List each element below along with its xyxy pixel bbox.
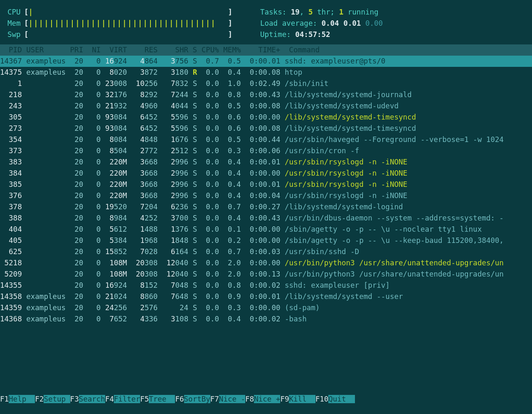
- fkey: F6: [175, 395, 184, 403]
- fkey-label[interactable]: Help: [9, 395, 35, 403]
- mem-meter-fill: ||||||||||||||||||||||||||||||||||||: [29, 19, 216, 27]
- process-row[interactable]: 14375 exampleus 20 0 8020 3872 3180 R 0.…: [0, 67, 532, 78]
- load-label: Load average:: [260, 19, 322, 27]
- threads-count: 5: [308, 8, 313, 16]
- column-header[interactable]: PID USER PRI NI VIRT RES SHR S CPU% MEM%…: [0, 44, 532, 56]
- fkey: F9: [280, 395, 289, 403]
- function-key-bar[interactable]: F1Help F2Setup F3SearchF4FilterF5Tree F6…: [0, 394, 532, 405]
- fkey-label[interactable]: Setup: [44, 395, 70, 403]
- cpu-meter: CPU [ | ]: [7, 7, 240, 18]
- fkey: F10: [315, 395, 329, 403]
- fkey: F1: [0, 395, 9, 403]
- top-area: CPU [ | ] Mem [ ||||||||||||||||||||||||…: [0, 0, 532, 44]
- process-row[interactable]: 383 20 0 220M 3668 2996 S 0.0 0.4 0:00.0…: [0, 157, 532, 168]
- fkey: F2: [35, 395, 44, 403]
- tasks-label: Tasks:: [260, 8, 291, 16]
- fkey-label[interactable]: Tree: [149, 395, 175, 403]
- tasks-line: Tasks: 19, 5 thr; 1 running: [260, 7, 383, 18]
- swp-meter: Swp [ ]: [7, 29, 240, 40]
- bracket-close: ]: [228, 7, 233, 18]
- fkey: F7: [210, 395, 219, 403]
- load-5m: 0.01: [343, 19, 361, 27]
- process-row[interactable]: 243 20 0 21932 4960 4044 S 0.0 0.5 0:00.…: [0, 100, 532, 112]
- mem-meter-label: Mem: [7, 18, 24, 29]
- process-row[interactable]: 385 20 0 220M 3668 2996 S 0.0 0.4 0:00.0…: [0, 179, 532, 190]
- process-row[interactable]: 388 20 0 8984 4252 3700 S 0.0 0.4 0:00.4…: [0, 213, 532, 224]
- cpu-meter-label: CPU: [7, 7, 24, 18]
- process-row[interactable]: 5209 20 0 108M 20308 12040 S 0.0 2.0 0:0…: [0, 269, 532, 280]
- process-row[interactable]: 1 20 0 23008 10256 7832 S 0.0 1.0 0:02.4…: [0, 78, 532, 89]
- uptime-label: Uptime:: [260, 30, 295, 39]
- load-15m: 0.00: [365, 19, 383, 27]
- tasks-count: 19: [291, 8, 300, 16]
- bracket-open: [: [24, 18, 29, 29]
- fkey: F3: [70, 395, 79, 403]
- process-row[interactable]: 384 20 0 220M 3668 2996 S 0.0 0.4 0:00.0…: [0, 168, 532, 179]
- process-list[interactable]: 14367 exampleus 20 0 16924 4864 3756 S 0…: [0, 56, 532, 325]
- process-row[interactable]: 218 20 0 32176 8292 7244 S 0.0 0.8 0:00.…: [0, 89, 532, 100]
- process-row[interactable]: 273 20 0 93084 6452 5596 S 0.0 0.6 0:00.…: [0, 123, 532, 134]
- cpu-meter-fill: |: [29, 8, 34, 16]
- process-row[interactable]: 14368 exampleus 20 0 7652 4336 3108 S 0.…: [0, 314, 532, 325]
- bracket-close: ]: [228, 18, 233, 29]
- fkey: F4: [105, 395, 114, 403]
- bracket-open: [: [24, 29, 29, 40]
- process-row[interactable]: 354 20 0 8084 4848 1676 S 0.0 0.5 0:00.4…: [0, 134, 532, 145]
- running-count: 1: [339, 8, 344, 16]
- fkey-label[interactable]: Search: [79, 395, 105, 403]
- bracket-close: ]: [228, 29, 233, 40]
- fkey-label[interactable]: SortBy: [184, 395, 210, 403]
- process-row[interactable]: 14355 20 0 16924 8152 7048 S 0.0 0.8 0:0…: [0, 280, 532, 291]
- process-row[interactable]: 373 20 0 8504 2772 2512 S 0.0 0.3 0:00.0…: [0, 145, 532, 157]
- bracket-open: [: [24, 7, 29, 18]
- uptime-line: Uptime: 04:57:52: [260, 29, 383, 40]
- process-row[interactable]: 14367 exampleus 20 0 16924 4864 3756 S 0…: [0, 56, 532, 67]
- process-row[interactable]: 14358 exampleus 20 0 21024 8860 7648 S 0…: [0, 291, 532, 302]
- fkey-label[interactable]: Kill: [289, 395, 315, 403]
- load-line: Load average: 0.04 0.01 0.00: [260, 18, 383, 29]
- fkey: F5: [140, 395, 149, 403]
- process-row[interactable]: 305 20 0 93084 6452 5596 S 0.0 0.6 0:00.…: [0, 112, 532, 123]
- process-row[interactable]: 404 20 0 5612 1488 1376 S 0.0 0.1 0:00.0…: [0, 224, 532, 235]
- meters-column: CPU [ | ] Mem [ ||||||||||||||||||||||||…: [7, 7, 240, 40]
- process-row[interactable]: 14359 exampleus 20 0 24256 2576 24 S 0.0…: [0, 302, 532, 314]
- fkey: F8: [245, 395, 254, 403]
- process-row[interactable]: 625 20 0 15852 7028 6164 S 0.0 0.7 0:00.…: [0, 246, 532, 257]
- fkey-label[interactable]: Nice -: [219, 395, 245, 403]
- load-1m: 0.04: [322, 19, 339, 27]
- process-row[interactable]: 376 20 0 220M 3668 2996 S 0.0 0.4 0:00.0…: [0, 190, 532, 201]
- fkey-label[interactable]: Filter: [114, 395, 140, 403]
- mem-meter: Mem [ ||||||||||||||||||||||||||||||||||…: [7, 18, 240, 29]
- process-row[interactable]: 405 20 0 5384 1968 1848 S 0.0 0.2 0:00.0…: [0, 235, 532, 246]
- fkey-label[interactable]: Nice +: [254, 395, 280, 403]
- uptime-value: 04:57:52: [295, 30, 330, 39]
- stats-column: Tasks: 19, 5 thr; 1 running Load average…: [240, 7, 383, 40]
- fkey-label[interactable]: Quit: [328, 395, 355, 403]
- process-row[interactable]: 5218 20 0 108M 20308 12040 S 0.0 2.0 0:0…: [0, 257, 532, 269]
- swp-meter-label: Swp: [7, 29, 24, 40]
- process-row[interactable]: 378 20 0 19520 7204 6236 S 0.0 0.7 0:00.…: [0, 201, 532, 213]
